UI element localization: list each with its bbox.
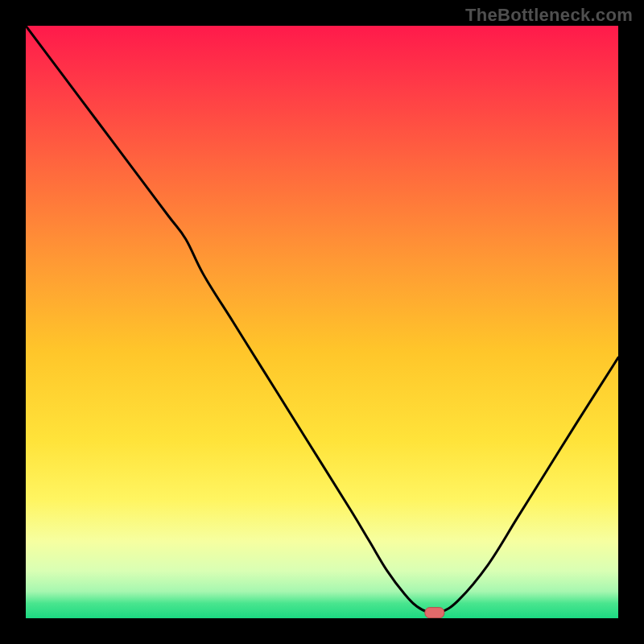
plot-area (26, 26, 618, 618)
gradient-background (26, 26, 618, 618)
chart-frame: TheBottleneck.com (0, 0, 644, 644)
optimal-marker (425, 608, 444, 618)
watermark-text: TheBottleneck.com (465, 5, 633, 26)
plot-svg (26, 26, 618, 618)
